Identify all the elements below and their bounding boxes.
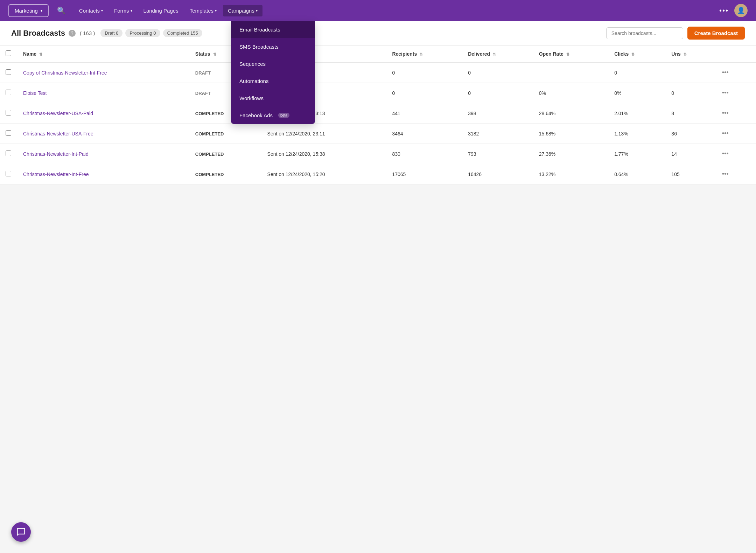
- create-broadcast-button[interactable]: Create Broadcast: [687, 27, 745, 40]
- col-uns[interactable]: Uns ⇅: [666, 46, 713, 62]
- dropdown-sms-broadcasts[interactable]: SMS Broadcasts: [231, 38, 315, 55]
- row-checkbox[interactable]: [6, 110, 11, 115]
- avatar[interactable]: 👤: [734, 4, 748, 17]
- row-open-rate: 0%: [533, 83, 609, 103]
- row-uns: 0: [666, 83, 713, 103]
- dropdown-facebook-ads[interactable]: Facebook Ads beta: [231, 107, 315, 124]
- search-input[interactable]: [606, 27, 683, 39]
- col-status-label: Status: [195, 51, 210, 57]
- row-name[interactable]: Christmas-Newsletter-Int-Paid: [18, 144, 190, 164]
- row-name[interactable]: Christmas-Newsletter-USA-Paid: [18, 103, 190, 124]
- row-checkbox[interactable]: [6, 171, 11, 176]
- row-name[interactable]: Eloise Test: [18, 83, 190, 103]
- row-open-rate: 28.64%: [533, 103, 609, 124]
- dropdown-workflows-label: Workflows: [239, 95, 264, 101]
- select-all-column: [0, 46, 18, 62]
- broadcasts-table-container: Name ⇅ Status ⇅ Date ⇅ Recipients ⇅ Deli…: [0, 46, 756, 184]
- col-open-rate-label: Open Rate: [539, 51, 564, 57]
- sort-icon: ⇅: [493, 52, 496, 56]
- completed-badge[interactable]: Completed 155: [163, 29, 202, 37]
- col-actions: [714, 46, 756, 62]
- row-date: Sent on 12/24/2020, 23:11: [262, 124, 387, 144]
- col-clicks[interactable]: Clicks ⇅: [609, 46, 666, 62]
- nav-links: Contacts ▾ Forms ▾ Landing Pages Templat…: [74, 5, 716, 16]
- col-name[interactable]: Name ⇅: [18, 46, 190, 62]
- draft-badge[interactable]: Draft 8: [100, 29, 122, 37]
- row-recipients: 441: [386, 103, 462, 124]
- sort-icon: ⇅: [566, 52, 569, 56]
- sort-icon: ⇅: [39, 52, 42, 56]
- brand-chevron: ▾: [41, 9, 42, 13]
- broadcasts-table: Name ⇅ Status ⇅ Date ⇅ Recipients ⇅ Deli…: [0, 46, 756, 184]
- nav-contacts-label: Contacts: [79, 8, 100, 14]
- row-delivered: 3182: [462, 124, 533, 144]
- row-clicks: 0.64%: [609, 164, 666, 184]
- col-open-rate[interactable]: Open Rate ⇅: [533, 46, 609, 62]
- sort-icon: ⇅: [684, 52, 687, 56]
- col-delivered[interactable]: Delivered ⇅: [462, 46, 533, 62]
- row-clicks: 0: [609, 62, 666, 83]
- nav-templates[interactable]: Templates ▾: [185, 5, 222, 16]
- row-open-rate: [533, 62, 609, 83]
- row-actions-cell: •••: [714, 62, 756, 83]
- row-checkbox-cell: [0, 164, 18, 184]
- search-icon[interactable]: 🔍: [57, 6, 66, 15]
- dropdown-workflows[interactable]: Workflows: [231, 90, 315, 107]
- col-name-label: Name: [23, 51, 36, 57]
- row-checkbox[interactable]: [6, 69, 11, 75]
- table-row: Eloise Test DRAFT -- 0 0 0% 0% 0 •••: [0, 83, 756, 103]
- table-row: Copy of Christmas-Newsletter-Int-Free DR…: [0, 62, 756, 83]
- dropdown-email-broadcasts[interactable]: Email Broadcasts: [231, 21, 315, 38]
- select-all-checkbox[interactable]: [6, 50, 11, 56]
- page-title: All Broadcasts: [11, 29, 65, 38]
- row-checkbox[interactable]: [6, 150, 11, 156]
- dropdown-automations[interactable]: Automations: [231, 72, 315, 90]
- processing-badge[interactable]: Processing 0: [125, 29, 160, 37]
- row-clicks: 0%: [609, 83, 666, 103]
- row-actions-button[interactable]: •••: [719, 68, 732, 78]
- nav-landing-pages-label: Landing Pages: [144, 8, 178, 14]
- row-clicks: 1.13%: [609, 124, 666, 144]
- nav-contacts[interactable]: Contacts ▾: [74, 5, 108, 16]
- row-checkbox[interactable]: [6, 130, 11, 136]
- nav-landing-pages[interactable]: Landing Pages: [139, 5, 183, 16]
- col-recipients-label: Recipients: [392, 51, 417, 57]
- row-recipients: 0: [386, 62, 462, 83]
- col-recipients[interactable]: Recipients ⇅: [386, 46, 462, 62]
- chevron-down-icon: ▾: [256, 9, 258, 13]
- sort-icon: ⇅: [631, 52, 635, 56]
- table-header-row: Name ⇅ Status ⇅ Date ⇅ Recipients ⇅ Deli…: [0, 46, 756, 62]
- nav-more-button[interactable]: •••: [719, 7, 729, 15]
- row-uns: 105: [666, 164, 713, 184]
- row-open-rate: 27.36%: [533, 144, 609, 164]
- sort-icon: ⇅: [420, 52, 423, 56]
- nav-forms-label: Forms: [114, 8, 129, 14]
- row-actions-button[interactable]: •••: [719, 169, 732, 179]
- row-actions-button[interactable]: •••: [719, 88, 732, 98]
- row-actions-button[interactable]: •••: [719, 108, 732, 118]
- row-checkbox[interactable]: [6, 90, 11, 95]
- row-delivered: 0: [462, 62, 533, 83]
- row-date: Sent on 12/24/2020, 15:20: [262, 164, 387, 184]
- row-name[interactable]: Copy of Christmas-Newsletter-Int-Free: [18, 62, 190, 83]
- dropdown-sequences[interactable]: Sequences: [231, 55, 315, 72]
- row-uns: 8: [666, 103, 713, 124]
- nav-campaigns[interactable]: Campaigns ▾: [223, 5, 262, 16]
- row-date: Sent on 12/24/2020, 15:38: [262, 144, 387, 164]
- help-icon[interactable]: ?: [69, 30, 76, 37]
- row-actions-button[interactable]: •••: [719, 149, 732, 159]
- top-navigation: Marketing ▾ 🔍 Contacts ▾ Forms ▾ Landing…: [0, 0, 756, 21]
- page-header: All Broadcasts ? ( 163 ) Draft 8 Process…: [0, 21, 756, 46]
- row-uns: 14: [666, 144, 713, 164]
- row-name[interactable]: Christmas-Newsletter-Int-Free: [18, 164, 190, 184]
- nav-campaigns-label: Campaigns: [228, 8, 254, 14]
- dropdown-sequences-label: Sequences: [239, 61, 266, 67]
- row-actions-button[interactable]: •••: [719, 128, 732, 139]
- row-actions-cell: •••: [714, 164, 756, 184]
- row-checkbox-cell: [0, 103, 18, 124]
- row-checkbox-cell: [0, 144, 18, 164]
- brand-menu-button[interactable]: Marketing ▾: [8, 4, 49, 17]
- row-name[interactable]: Christmas-Newsletter-USA-Free: [18, 124, 190, 144]
- nav-forms[interactable]: Forms ▾: [109, 5, 137, 16]
- dropdown-email-broadcasts-label: Email Broadcasts: [239, 27, 280, 33]
